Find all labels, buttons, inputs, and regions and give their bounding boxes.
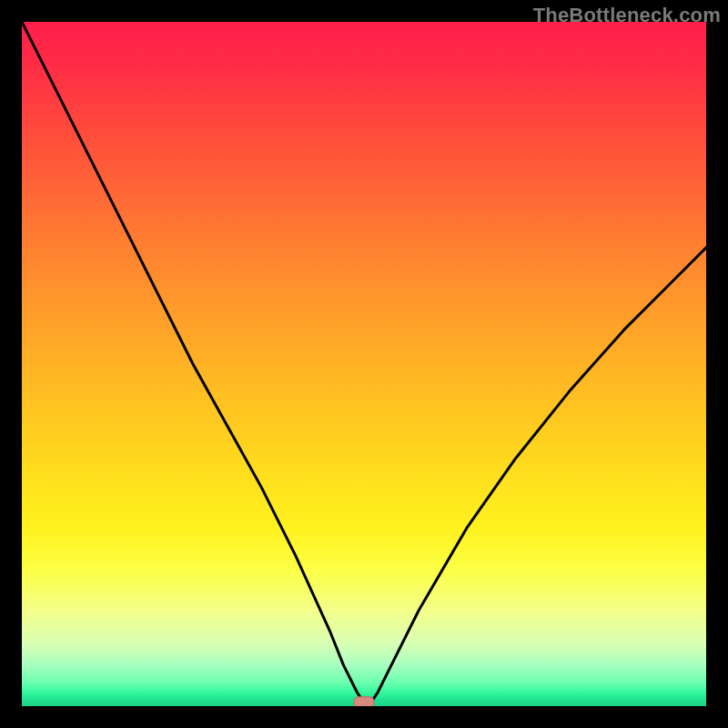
minimum-marker [354,697,374,706]
chart-frame: TheBottleneck.com [0,0,728,728]
plot-area [22,22,706,706]
watermark-text: TheBottleneck.com [533,4,721,27]
bottleneck-curve [22,22,706,703]
curve-svg [22,22,706,706]
